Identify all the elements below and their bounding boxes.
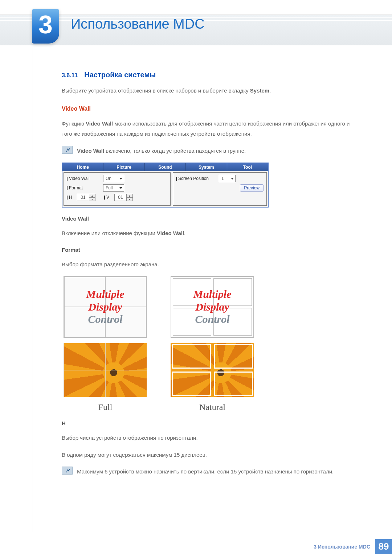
tab-bar: Home Picture Sound System Tool [62,163,268,171]
mdc-tile-natural: Multiple Display Control [171,276,254,338]
tab-picture[interactable]: Picture [103,163,144,171]
h-note-row: Максимум 6 устройств можно назначить по … [62,467,359,477]
page-footer: 3 Использование MDC 89 [0,539,392,554]
settings-panel-screenshot: Home Picture Sound System Tool Video Wal… [62,163,269,208]
screen-position-label: Screen Position [176,176,216,181]
v-label: V [104,195,111,200]
chapter-title: Использование MDC [71,16,205,32]
figure-natural: Multiple Display Control Natural [169,276,256,412]
preview-button[interactable]: Preview [240,184,264,192]
tab-system[interactable]: System [186,163,227,171]
video-wall-dropdown[interactable]: On [103,175,124,182]
h-desc: Выбор числа устройств отображения по гор… [62,433,359,443]
page-number: 89 [375,539,392,554]
caption-natural: Natural [199,402,225,412]
intro-paragraph: Выберите устройства отображения в списке… [62,86,359,96]
note-icon [62,146,73,154]
format-desc: Выбор формата разделенного экрана. [62,259,359,270]
figure-full: Multiple Display Control Full [62,276,149,412]
video-wall-subhead: Video Wall [62,216,359,222]
video-wall-heading: Video Wall [62,106,359,112]
format-subhead: Format [62,247,359,253]
stepper-buttons[interactable]: ▲▼ [126,194,133,201]
format-figure-row: Multiple Display Control Full Multiple D… [62,276,359,412]
tab-sound[interactable]: Sound [145,163,186,171]
note-icon [62,467,73,475]
tab-tool[interactable]: Tool [227,163,268,171]
flower-natural [171,343,254,397]
h-stepper[interactable]: 01 ▲▼ [77,194,95,201]
video-wall-label: Video Wall [67,176,100,181]
screen-position-dropdown[interactable]: 1 [219,175,236,182]
h-desc2: В одном ряду могут содержаться максимум … [62,450,359,460]
section-heading: 3.6.11 Настройка системы [62,71,359,79]
caption-full: Full [98,402,113,412]
video-wall-subdesc: Включение или отключение функции Video W… [62,228,359,239]
h-subhead: H [62,420,359,426]
v-stepper[interactable]: 01 ▲▼ [114,194,133,201]
tab-home[interactable]: Home [62,163,103,171]
format-label: Format [67,185,100,190]
h-note-text: Максимум 6 устройств можно назначить по … [77,467,359,477]
section-title: Настройка системы [84,71,156,79]
chapter-number-badge: 3 [32,9,59,44]
footer-text: 3 Использование MDC [314,544,370,550]
note-row: Video Wall включено, только когда устрой… [62,146,359,156]
format-dropdown[interactable]: Full [103,184,124,192]
stepper-buttons[interactable]: ▲▼ [89,194,95,201]
h-label: H [67,195,74,200]
left-margin-rule [33,47,33,532]
mdc-tile-full: Multiple Display Control [64,276,147,338]
section-number: 3.6.11 [62,72,78,78]
flower-full [64,343,147,397]
video-wall-desc: Функцию Video Wall можно использовать дл… [62,119,359,139]
note-text: Video Wall включено, только когда устрой… [77,146,359,156]
